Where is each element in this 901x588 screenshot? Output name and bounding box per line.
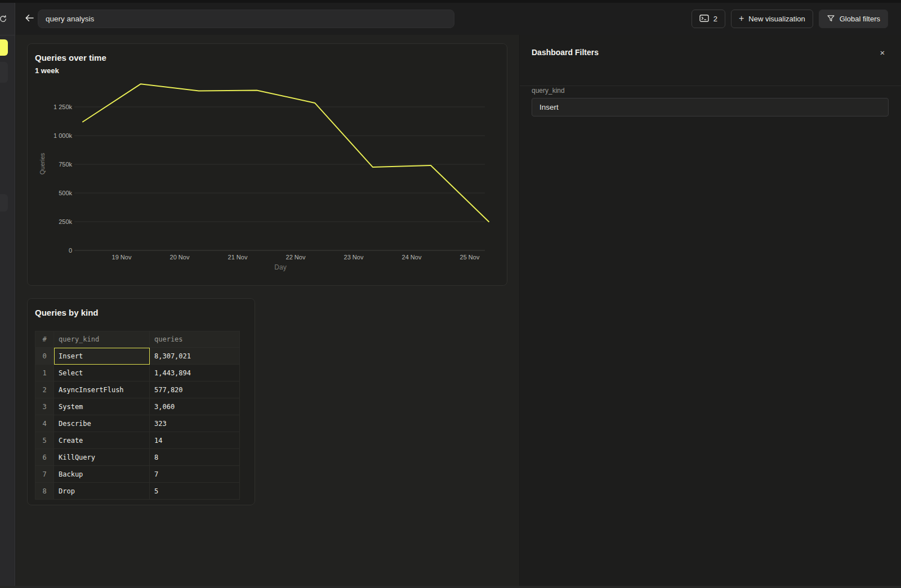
y-tick-label: 500k — [59, 190, 72, 196]
table-row: 6KillQuery8 — [35, 449, 240, 466]
cell-query-kind[interactable]: Backup — [54, 466, 150, 483]
sql-console-button[interactable]: 2 — [692, 10, 725, 28]
sidebar-item[interactable] — [0, 62, 8, 83]
cell-row-index: 8 — [35, 483, 54, 500]
queries-over-time-chart: 0250k500k750k1 000k1 250k19 Nov20 Nov21 … — [28, 44, 507, 285]
table-row: 2AsyncInsertFlush577,820 — [35, 381, 240, 398]
table-row: 3System3,060 — [35, 398, 240, 415]
x-tick-label: 24 Nov — [402, 254, 422, 261]
table-row: 5Create14 — [35, 432, 240, 449]
cell-queries[interactable]: 14 — [150, 432, 240, 449]
x-tick-label: 23 Nov — [344, 254, 364, 261]
table-card-head: Queries by kind — [35, 308, 99, 317]
cell-queries[interactable]: 5 — [150, 483, 240, 500]
funnel-icon — [827, 14, 835, 24]
global-filters-button[interactable]: Global filters — [819, 10, 888, 28]
sidebar-item[interactable] — [0, 194, 8, 212]
cell-query-kind[interactable]: AsyncInsertFlush — [54, 381, 150, 398]
back-button[interactable] — [21, 11, 37, 26]
cell-queries[interactable]: 323 — [150, 415, 240, 432]
left-rail-top — [0, 3, 15, 35]
queries-by-kind-table: #query_kindqueries0Insert8,307,0211Selec… — [35, 331, 240, 500]
cell-queries[interactable]: 7 — [150, 466, 240, 483]
cell-query-kind[interactable]: Select — [54, 365, 150, 381]
chart-title: Queries over time — [35, 53, 106, 62]
column-header-index: # — [35, 331, 54, 348]
chart-card-head: Queries over time 1 week — [35, 53, 106, 75]
y-tick-label: 250k — [59, 218, 72, 225]
cell-query-kind[interactable]: Drop — [54, 483, 150, 500]
dashboard-app: 2 + New visualization Global filters Que… — [0, 0, 901, 588]
series-line — [83, 84, 489, 222]
cell-row-index: 5 — [35, 432, 54, 449]
column-header-query_kind: query_kind — [54, 331, 150, 348]
queries-over-time-card[interactable]: Queries over time 1 week 0250k500k750k1 … — [27, 43, 507, 286]
cell-queries[interactable]: 8,307,021 — [150, 348, 240, 365]
table-header-row: #query_kindqueries — [35, 331, 240, 348]
cell-query-kind[interactable]: Insert — [54, 348, 150, 365]
column-header-queries: queries — [150, 331, 240, 348]
dashboard-canvas: Queries over time 1 week 0250k500k750k1 … — [16, 35, 519, 588]
cell-row-index: 1 — [35, 365, 54, 381]
dashboard-title-input[interactable] — [38, 10, 454, 28]
plus-icon: + — [739, 14, 744, 23]
cell-query-kind[interactable]: Create — [54, 432, 150, 449]
global-filters-label: Global filters — [840, 15, 880, 23]
cell-row-index: 7 — [35, 466, 54, 483]
console-count-badge: 2 — [713, 15, 717, 23]
y-tick-label: 750k — [59, 161, 72, 168]
query-kind-filter-input[interactable] — [532, 98, 889, 116]
y-axis-title: Queries — [39, 152, 46, 174]
y-tick-label: 1 250k — [53, 104, 73, 110]
filters-panel-title: Dashboard Filters — [532, 48, 599, 57]
new-visualization-label: New visualization — [748, 15, 805, 23]
chart-subtitle: 1 week — [35, 66, 106, 75]
cell-queries[interactable]: 577,820 — [150, 381, 240, 398]
window-bottom-strip — [0, 586, 901, 588]
x-tick-label: 19 Nov — [112, 254, 132, 261]
arrow-left-icon — [24, 14, 35, 24]
topbar-actions: 2 + New visualization Global filters — [692, 10, 888, 28]
x-tick-label: 22 Nov — [286, 254, 306, 261]
dashboard-filters-panel: Dashboard Filters × query_kind — [519, 35, 901, 588]
cell-query-kind[interactable]: System — [54, 398, 150, 415]
sidebar-item-active-dashboard[interactable] — [0, 39, 8, 56]
refresh-icon[interactable] — [0, 15, 7, 25]
table-row: 4Describe323 — [35, 415, 240, 432]
top-bar: 2 + New visualization Global filters — [16, 3, 901, 35]
cell-row-index: 2 — [35, 381, 54, 398]
cell-row-index: 3 — [35, 398, 54, 415]
x-tick-label: 20 Nov — [170, 254, 190, 261]
cell-row-index: 4 — [35, 415, 54, 432]
cell-queries[interactable]: 3,060 — [150, 398, 240, 415]
panel-divider — [520, 86, 901, 86]
filter-field-label: query_kind — [532, 87, 565, 95]
table-row: 7Backup7 — [35, 466, 240, 483]
close-icon[interactable]: × — [875, 45, 890, 60]
cell-query-kind[interactable]: Describe — [54, 415, 150, 432]
x-tick-label: 25 Nov — [460, 254, 480, 261]
cell-row-index: 0 — [35, 348, 54, 365]
new-visualization-button[interactable]: + New visualization — [731, 10, 813, 28]
y-tick-label: 0 — [69, 247, 72, 254]
cell-query-kind[interactable]: KillQuery — [54, 449, 150, 466]
table-row: 8Drop5 — [35, 483, 240, 500]
queries-by-kind-card[interactable]: Queries by kind #query_kindqueries0Inser… — [27, 298, 255, 505]
x-tick-label: 21 Nov — [228, 254, 248, 261]
y-tick-label: 1 000k — [53, 132, 73, 139]
x-axis-title: Day — [274, 263, 286, 271]
sql-console-icon — [699, 14, 709, 24]
table-row: 1Select1,443,894 — [35, 365, 240, 381]
cell-queries[interactable]: 8 — [150, 449, 240, 466]
cell-queries[interactable]: 1,443,894 — [150, 365, 240, 381]
left-rail — [0, 3, 15, 588]
cell-row-index: 6 — [35, 449, 54, 466]
table-title: Queries by kind — [35, 308, 99, 317]
table-row: 0Insert8,307,021 — [35, 348, 240, 365]
